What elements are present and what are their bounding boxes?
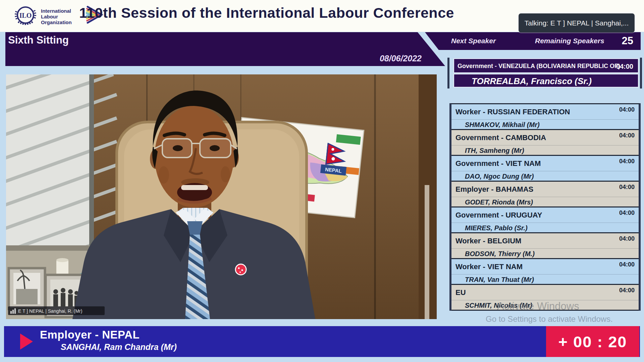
video-caption: E T ] NEPAL | Sanghai, R. (Mr) xyxy=(18,308,82,314)
next-speaker-card: Government - VENEZUELA (BOLIVARIAN REPUB… xyxy=(453,58,639,87)
speaker-group: Government - VIET NAM xyxy=(455,159,541,168)
activate-windows-watermark: Activate Windows xyxy=(497,300,579,312)
speaker-row-header: Government - URUGUAY 04:00 xyxy=(451,207,639,223)
speaker-time: 04:00 xyxy=(619,132,635,139)
speaker-group: Government - URUGUAY xyxy=(455,211,542,220)
speaker-row: Employer - BAHAMAS 04:00 GODET, Rionda (… xyxy=(451,182,639,207)
current-speaker-name: SANGHAI, Ram Chandra (Mr) xyxy=(61,342,177,352)
speaker-time: 04:00 xyxy=(619,209,635,217)
next-speaker-group: Government - VENEZUELA (BOLIVARIAN REPUB… xyxy=(458,63,620,70)
next-speaker-time: 04:00 xyxy=(616,63,633,70)
card-right-border xyxy=(640,58,642,88)
session-header: Sixth Sitting 08/06/2022 xyxy=(5,32,445,66)
speaker-time: 04:00 xyxy=(619,235,635,242)
speaker-group: Government - CAMBODIA xyxy=(455,133,546,142)
current-speaker-bar: Employer - NEPAL SANGHAI, Ram Chandra (M… xyxy=(4,326,640,357)
lapel-pin xyxy=(235,264,246,275)
speakers-list: Worker - RUSSIAN FEDERATION 04:00 SHMAKO… xyxy=(449,103,641,311)
overtime-timer: + 00 : 20 xyxy=(546,326,639,357)
speaker-row-header: Employer - BAHAMAS 04:00 xyxy=(451,182,639,197)
speaker-time: 04:00 xyxy=(619,184,635,191)
remaining-speakers-count: 25 xyxy=(622,35,633,47)
speaker-video-scene: NEPAL xyxy=(6,74,437,319)
speaker-row: Worker - BELGIUM 04:00 BODSON, Thierry (… xyxy=(451,233,639,259)
current-speaker-group: Employer - NEPAL xyxy=(40,328,140,341)
speaker-time: 04:00 xyxy=(619,287,635,294)
speaker-row: Worker - VIET NAM 04:00 TRAN, Van Thuat … xyxy=(451,259,639,285)
session-date: 08/06/2022 xyxy=(380,54,422,63)
page-title: 110th Session of the International Labou… xyxy=(0,5,533,21)
next-speaker-group-row: Government - VENEZUELA (BOLIVARIAN REPUB… xyxy=(453,58,639,73)
speaker-time: 04:00 xyxy=(619,158,635,165)
broadcast-screen: ILO International Labour Organization 11… xyxy=(0,0,644,362)
speaker-row: Government - VIET NAM 04:00 DAO, Ngoc Du… xyxy=(451,156,639,182)
speaker-row-header: Worker - RUSSIAN FEDERATION 04:00 xyxy=(451,104,639,120)
video-caption-overlay: E T ] NEPAL | Sanghai, R. (Mr) xyxy=(8,306,105,315)
speaker-name: MIERES, Pablo (Sr.) xyxy=(465,224,528,232)
next-speaker-name: TORREALBA, Francisco (Sr.) xyxy=(472,76,592,86)
speaker-name: ITH, Samheng (Mr) xyxy=(465,147,524,155)
speaker-group: Employer - BAHAMAS xyxy=(455,185,533,194)
remaining-speakers-label: Remaining Speakers xyxy=(535,37,604,45)
speaker-group: Worker - BELGIUM xyxy=(455,237,521,245)
speaker-row: Worker - RUSSIAN FEDERATION 04:00 SHMAKO… xyxy=(451,104,639,130)
speaker-row-header: Government - CAMBODIA 04:00 xyxy=(451,130,639,145)
speaker-row-header: Worker - BELGIUM 04:00 xyxy=(451,233,639,249)
speaker-time: 04:00 xyxy=(619,261,635,268)
next-speaker-label: Next Speaker xyxy=(451,37,496,45)
speaker-row-header: EU 04:00 xyxy=(451,285,639,300)
speaker-name: BODSON, Thierry (M.) xyxy=(465,250,535,258)
speaker-name: DAO, Ngoc Dung (Mr) xyxy=(465,173,534,180)
video-feed[interactable]: NEPAL xyxy=(6,74,437,319)
speaker-group: Worker - VIET NAM xyxy=(455,262,523,271)
speaker-row: Government - CAMBODIA 04:00 ITH, Samheng… xyxy=(451,130,639,156)
next-speaker-name-row: TORREALBA, Francisco (Sr.) xyxy=(453,74,639,87)
speaker-row-header: Worker - VIET NAM 04:00 xyxy=(451,259,639,275)
play-icon xyxy=(20,334,33,350)
activate-windows-subtext: Go to Settings to activate Windows. xyxy=(486,314,613,324)
sitting-title: Sixth Sitting xyxy=(8,34,69,46)
speaker-row: Government - URUGUAY 04:00 MIERES, Pablo… xyxy=(451,207,639,233)
speaker-name: GODET, Rionda (Mrs) xyxy=(465,198,533,206)
card-left-border xyxy=(447,58,449,88)
speakers-header-bar: Next Speaker Remaining Speakers 25 xyxy=(425,32,641,50)
speaker-group: EU xyxy=(455,288,466,297)
speaker-name: TRAN, Van Thuat (Mr) xyxy=(465,276,534,284)
speaker-name: SHMAKOV, Mikhail (Mr) xyxy=(465,121,540,129)
speaker-time: 04:00 xyxy=(619,106,635,113)
speaker-group: Worker - RUSSIAN FEDERATION xyxy=(455,108,570,116)
speaker-row-header: Government - VIET NAM 04:00 xyxy=(451,156,639,171)
talking-notification[interactable]: Talking: E T ] NEPAL | Sanghai,... xyxy=(519,13,635,33)
